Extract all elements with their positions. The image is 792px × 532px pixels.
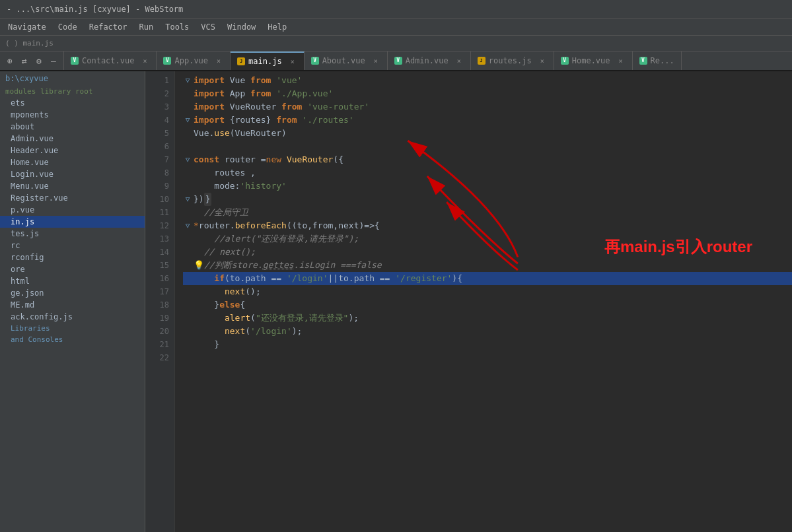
- menu-window[interactable]: Window: [222, 21, 261, 33]
- tab-home[interactable]: V Home.vue ×: [554, 51, 633, 70]
- menu-vcs[interactable]: VCS: [196, 21, 221, 33]
- code-editor[interactable]: 1 2 3 4 5 6 7 8 9 10 11 12 13 14 15 16 1…: [145, 71, 792, 532]
- sidebar-item-tesjs[interactable]: tes.js: [0, 228, 145, 240]
- gutter-18: [183, 298, 192, 312]
- tab-re-vue-icon: V: [639, 57, 647, 65]
- tab-about-label: About.vue: [322, 56, 365, 65]
- sidebar-libraries[interactable]: Libraries: [0, 323, 145, 334]
- sidebar-item-register[interactable]: Register.vue: [0, 192, 145, 204]
- sidebar-item-login[interactable]: Login.vue: [0, 168, 145, 180]
- gutter-15: [183, 259, 192, 272]
- tab-admin-close[interactable]: ×: [454, 56, 464, 65]
- tab-main-icon: J: [237, 57, 245, 65]
- sidebar-consoles[interactable]: and Consoles: [0, 334, 145, 345]
- tab-app[interactable]: V App.vue ×: [157, 51, 231, 70]
- sidebar-item-home[interactable]: Home.vue: [0, 156, 145, 168]
- code-lines: ▽ import Vue from 'vue' import App from …: [175, 71, 792, 532]
- gutter-2: [183, 87, 192, 100]
- tab-app-vue-icon: V: [163, 57, 171, 65]
- sidebar-item-admin[interactable]: Admin.vue: [0, 133, 145, 145]
- fold-icon-10[interactable]: ▽: [183, 193, 192, 206]
- sidebar-item-mainis[interactable]: in.js: [0, 216, 145, 228]
- tab-re[interactable]: V Re...: [633, 51, 682, 70]
- code-line-9: mode:'history': [183, 180, 792, 193]
- sidebar-item-pvue[interactable]: p.vue: [0, 204, 145, 216]
- menu-run[interactable]: Run: [134, 21, 159, 33]
- tab-routes-icon: J: [478, 57, 486, 65]
- tab-controls: ⊕ ⇄ ⚙ —: [0, 51, 64, 70]
- code-line-19: alert("还没有登录,请先登录");: [183, 312, 792, 325]
- code-line-10: ▽ })}: [183, 193, 792, 206]
- tab-app-close[interactable]: ×: [214, 56, 223, 65]
- tab-split-icon[interactable]: ⇄: [18, 55, 30, 67]
- tab-close-all-icon[interactable]: —: [48, 55, 59, 67]
- code-line-11: //全局守卫: [183, 206, 792, 219]
- sidebar-item-memd[interactable]: ME.md: [0, 299, 145, 311]
- tab-routes[interactable]: J routes.js ×: [471, 51, 554, 70]
- code-line-22: [183, 351, 792, 364]
- code-line-8: routes ,: [183, 166, 792, 180]
- main-layout: b:\cxyvue modules library root ets mpone…: [0, 71, 792, 532]
- tab-admin[interactable]: V Admin.vue ×: [388, 51, 471, 70]
- gutter-6: [183, 140, 192, 153]
- tab-main-close[interactable]: ×: [288, 57, 297, 66]
- code-content: 1 2 3 4 5 6 7 8 9 10 11 12 13 14 15 16 1…: [145, 71, 792, 532]
- code-line-13: //alert("还没有登录,请先登录");: [183, 232, 792, 246]
- sidebar-item-about[interactable]: about: [0, 121, 145, 133]
- menu-code[interactable]: Code: [53, 21, 83, 33]
- sidebar-item-html[interactable]: html: [0, 275, 145, 287]
- sidebar-item-ore[interactable]: ore: [0, 263, 145, 275]
- title-bar: - ...\src\main.js [cxyvue] - WebStorm: [0, 0, 792, 18]
- sidebar-item-src[interactable]: rc: [0, 240, 145, 251]
- gutter-20: [183, 325, 192, 338]
- tab-about-vue-icon: V: [311, 57, 319, 65]
- fold-icon-7[interactable]: ▽: [183, 153, 192, 166]
- code-line-16: if(to.path == '/login'||to.path == '/reg…: [183, 272, 792, 285]
- gutter-3: [183, 100, 192, 114]
- tab-vue-icon: V: [71, 57, 79, 65]
- gutter-19: [183, 312, 192, 325]
- gutter-21: [183, 338, 192, 351]
- sidebar-item-ackconfig[interactable]: ack.config.js: [0, 311, 145, 323]
- code-line-5: Vue.use(VueRouter): [183, 127, 792, 140]
- code-line-20: next('/login');: [183, 325, 792, 338]
- code-line-3: import VueRouter from 'vue-router': [183, 100, 792, 114]
- tab-contact[interactable]: V Contact.vue ×: [64, 51, 157, 70]
- menu-help[interactable]: Help: [262, 21, 292, 33]
- tab-globe-icon[interactable]: ⊕: [4, 55, 16, 67]
- sidebar-item-rconfig[interactable]: rconfig: [0, 251, 145, 263]
- sidebar-item-menu[interactable]: Menu.vue: [0, 180, 145, 192]
- tab-about-close[interactable]: ×: [371, 56, 380, 65]
- menu-refactor[interactable]: Refactor: [84, 21, 133, 33]
- breadcrumb: ( ) main.js: [0, 36, 792, 51]
- gutter-16: [183, 272, 192, 285]
- sidebar-item-gejson[interactable]: ge.json: [0, 287, 145, 299]
- fold-icon-12[interactable]: ▽: [183, 219, 192, 232]
- tab-about[interactable]: V About.vue ×: [305, 51, 388, 70]
- tab-routes-close[interactable]: ×: [538, 56, 547, 65]
- tab-settings-icon[interactable]: ⚙: [33, 55, 45, 67]
- tab-home-close[interactable]: ×: [616, 56, 626, 65]
- code-line-21: }: [183, 338, 792, 351]
- code-line-12: ▽ *router.beforeEach((to,from,next)=>{: [183, 219, 792, 232]
- line-numbers: 1 2 3 4 5 6 7 8 9 10 11 12 13 14 15 16 1…: [145, 71, 175, 532]
- gutter-8: [183, 166, 192, 180]
- code-line-2: import App from './App.vue': [183, 87, 792, 100]
- gutter-22: [183, 351, 192, 364]
- tab-admin-vue-icon: V: [394, 57, 402, 65]
- menu-tools[interactable]: Tools: [160, 21, 194, 33]
- breadcrumb-path: ( ) main.js: [5, 39, 54, 48]
- code-line-7: ▽ const router =new VueRouter({: [183, 153, 792, 166]
- menu-navigate[interactable]: Navigate: [3, 21, 52, 33]
- tab-contact-close[interactable]: ×: [140, 56, 149, 65]
- sidebar-item-header[interactable]: Header.vue: [0, 145, 145, 156]
- tab-main[interactable]: J main.js ×: [231, 51, 305, 70]
- gutter-17: [183, 285, 192, 298]
- fold-icon-1[interactable]: ▽: [183, 74, 192, 87]
- fold-icon-4[interactable]: ▽: [183, 114, 192, 127]
- sidebar-item-mponents[interactable]: mponents: [0, 109, 145, 121]
- tab-re-label: Re...: [651, 56, 674, 65]
- sidebar-root[interactable]: b:\cxyvue: [0, 71, 145, 86]
- tab-app-label: App.vue: [174, 56, 208, 65]
- sidebar-item-ets[interactable]: ets: [0, 97, 145, 109]
